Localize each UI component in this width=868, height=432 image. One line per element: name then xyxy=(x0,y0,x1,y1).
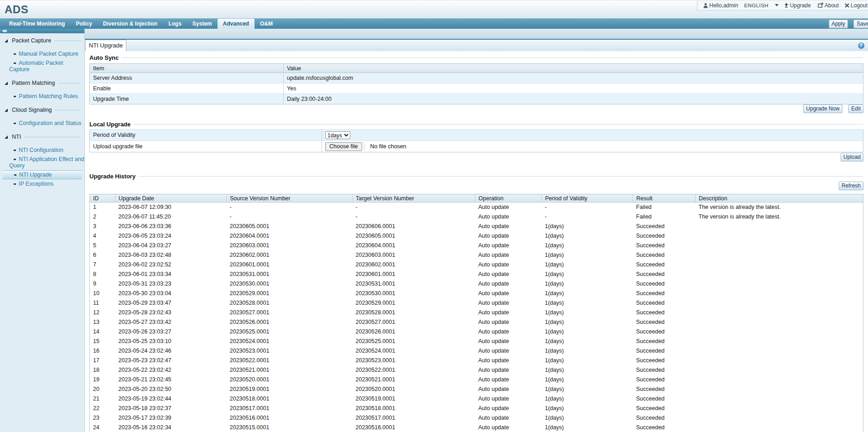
history-cell: Succeeded xyxy=(633,394,696,404)
history-row: 102023-05-30 23:03:0420230529.0001202305… xyxy=(90,289,863,298)
edit-button[interactable]: Edit xyxy=(848,104,863,113)
nav-item-o-m[interactable]: O&M xyxy=(255,19,278,29)
group-label: NTI xyxy=(12,134,21,140)
history-cell: 20230520.0001 xyxy=(353,385,475,394)
history-cell: Succeeded xyxy=(633,317,696,327)
history-cell: Auto update xyxy=(475,308,542,317)
history-cell xyxy=(696,279,863,289)
history-cell: Succeeded xyxy=(633,231,696,241)
apply-button[interactable]: Apply xyxy=(829,20,848,28)
history-row: 92023-05-31 23:03:2320230530.00012023053… xyxy=(90,279,863,289)
history-cell: 2023-05-19 23:02:44 xyxy=(115,394,227,404)
tab-nti-upgrade[interactable]: NTI Upgrade xyxy=(85,40,126,51)
history-cell: 20230530.0001 xyxy=(353,289,475,298)
group-rule xyxy=(54,41,81,41)
sidebar-collapse-bar[interactable]: ◀◀ xyxy=(0,29,84,33)
sidebar-item-configuration-and-status[interactable]: Configuration and Status xyxy=(0,119,84,128)
sidebar-item-nti-upgrade[interactable]: NTI Upgrade xyxy=(3,170,82,179)
nav-item-policy[interactable]: Policy xyxy=(70,19,97,29)
history-col-upgrade-date: Upgrade Date xyxy=(115,194,227,203)
sidebar-group-header[interactable]: Pattern Matching xyxy=(0,78,84,88)
history-cell: 20230524.0001 xyxy=(353,346,475,356)
auto-sync-title-text: Auto Sync xyxy=(89,54,119,61)
item-bullet xyxy=(14,53,16,55)
nav-item-logs[interactable]: Logs xyxy=(163,19,187,29)
history-cell: 19 xyxy=(90,375,115,385)
history-cell: Auto update xyxy=(475,222,542,231)
refresh-button[interactable]: Refresh xyxy=(839,182,863,190)
nav-item-diversion-injection[interactable]: Diversion & Injection xyxy=(98,19,163,29)
sidebar-group-header[interactable]: Cloud Signaling xyxy=(0,105,84,115)
history-cell: 20230519.0001 xyxy=(227,385,353,394)
sidebar-group-nti: NTINTI ConfigurationNTI Application Effe… xyxy=(0,132,84,188)
upgrade-now-button[interactable]: Upgrade Now xyxy=(803,104,842,113)
upgrade-history-title: Upgrade History xyxy=(89,173,863,179)
history-cell: 2023-05-23 23:02:47 xyxy=(115,356,227,365)
upload-button[interactable]: Upload xyxy=(841,153,863,161)
about-link[interactable]: About xyxy=(818,2,839,9)
sidebar-group-header[interactable]: NTI xyxy=(0,132,84,141)
sidebar-item-pattern-matching-rules[interactable]: Pattern Matching Rules xyxy=(0,92,84,101)
history-cell: 11 xyxy=(90,298,115,308)
history-cell: 1(days) xyxy=(542,231,633,241)
group-rule xyxy=(55,110,81,110)
save-button[interactable]: Save xyxy=(853,20,868,28)
history-cell: Succeeded xyxy=(633,356,696,365)
history-cell: 20230523.0001 xyxy=(227,346,353,356)
history-row: 192023-05-21 23:02:4520230520.0001202305… xyxy=(90,375,863,385)
history-cell: Auto update xyxy=(475,385,542,394)
history-cell: 20230517.0001 xyxy=(227,404,353,413)
history-cell: 20230516.0001 xyxy=(353,423,475,432)
history-cell: 20230518.0001 xyxy=(227,394,353,404)
history-cell xyxy=(696,327,863,337)
history-row: 32023-06-06 23:03:3620230605.00012023060… xyxy=(90,222,863,231)
sidebar-item-manual-packet-capture[interactable]: Manual Packet Capture xyxy=(0,49,84,58)
history-cell: 2023-06-07 11:45:20 xyxy=(115,212,227,222)
sidebar-group-header[interactable]: Packet Capture xyxy=(0,36,84,45)
history-cell: 20230531.0001 xyxy=(353,279,475,289)
help-icon[interactable]: ? xyxy=(858,42,864,49)
history-cell: Auto update xyxy=(475,250,542,260)
history-cell: Succeeded xyxy=(633,346,696,356)
history-col-id: ID xyxy=(90,194,115,203)
history-cell: Auto update xyxy=(475,413,542,423)
upgrade-link[interactable]: Upgrade xyxy=(784,2,811,9)
sidebar-item-nti-application-effect-and-query[interactable]: NTI Application Effect and Query xyxy=(0,155,84,170)
history-cell: Auto update xyxy=(475,394,542,404)
app-header: ADS Hello,admin ENGLISH Upgrade About Lo… xyxy=(0,0,868,18)
sidebar-group-cloud-signaling: Cloud SignalingConfiguration and Status xyxy=(0,105,84,128)
auto-sync-cell: Upgrade Time xyxy=(90,94,284,104)
main-nav: Real-Time MonitoringPolicyDiversion & In… xyxy=(0,18,868,29)
nav-item-advanced[interactable]: Advanced xyxy=(218,19,255,29)
history-row: 72023-06-02 23:02:5220230601.00012023060… xyxy=(90,260,863,270)
history-cell: 1(days) xyxy=(542,327,633,337)
history-cell: Auto update xyxy=(475,231,542,241)
sidebar-item-ip-exceptions[interactable]: IP Exceptions xyxy=(0,179,84,188)
sidebar-item-nti-configuration[interactable]: NTI Configuration xyxy=(0,146,84,155)
history-cell xyxy=(696,404,863,413)
history-cell: 2023-06-06 23:03:36 xyxy=(115,222,227,231)
history-row: 132023-05-27 23:03:4220230526.0001202305… xyxy=(90,317,863,327)
history-cell: 1(days) xyxy=(542,346,633,356)
auto-sync-table: Item Value Server Addressupdate.nsfocusg… xyxy=(89,63,863,104)
history-cell xyxy=(696,231,863,241)
language-selector[interactable]: ENGLISH xyxy=(744,3,778,8)
history-cell xyxy=(696,346,863,356)
history-cell: 20230518.0001 xyxy=(353,404,475,413)
history-cell: - xyxy=(353,203,475,212)
period-of-validity-select[interactable]: 1days xyxy=(325,131,350,139)
nav-item-system[interactable]: System xyxy=(187,19,218,29)
history-cell: Auto update xyxy=(475,241,542,250)
history-cell: 20230523.0001 xyxy=(353,356,475,365)
history-cell: Succeeded xyxy=(633,260,696,270)
history-cell: 20230601.0001 xyxy=(353,270,475,279)
choose-file-button[interactable]: Choose file xyxy=(325,142,362,151)
nav-item-real-time-monitoring[interactable]: Real-Time Monitoring xyxy=(4,19,70,29)
user-greeting-label: Hello,admin xyxy=(709,2,738,9)
logout-link[interactable]: Logout xyxy=(845,2,868,9)
sidebar-item-automatic-packet-capture[interactable]: Automatic Packet Capture xyxy=(0,58,84,74)
history-cell: 2023-06-05 23:03:24 xyxy=(115,231,227,241)
auto-sync-actions: Upgrade Now Edit xyxy=(89,104,863,113)
history-cell xyxy=(696,298,863,308)
history-cell: 18 xyxy=(90,365,115,375)
